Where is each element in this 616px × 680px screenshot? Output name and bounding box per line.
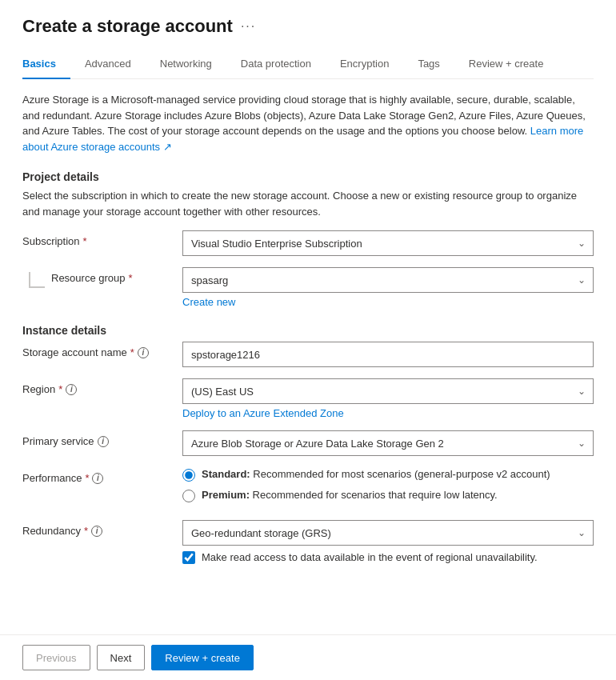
region-required: * bbox=[58, 383, 62, 395]
project-details-description: Select the subscription in which to crea… bbox=[22, 188, 594, 219]
primary-service-row: Primary service i Azure Blob Storage or … bbox=[22, 430, 594, 456]
subscription-control: Visual Studio Enterprise Subscription ⌄ bbox=[182, 230, 594, 256]
subscription-required: * bbox=[83, 235, 87, 247]
performance-premium-item: Premium: Recommended for scenarios that … bbox=[182, 488, 594, 502]
performance-info-icon[interactable]: i bbox=[92, 473, 103, 484]
previous-button[interactable]: Previous bbox=[22, 645, 90, 670]
region-control: (US) East US ⌄ Deploy to an Azure Extend… bbox=[182, 378, 594, 419]
resource-group-row: Resource group * spasarg ⌄ Create new bbox=[22, 267, 594, 308]
tab-tags[interactable]: Tags bbox=[403, 50, 454, 79]
redundancy-label: Redundancy * i bbox=[22, 520, 182, 537]
redundancy-select[interactable]: Geo-redundant storage (GRS) bbox=[182, 520, 594, 546]
primary-service-label: Primary service i bbox=[22, 430, 182, 447]
performance-standard-label: Standard: Recommended for most scenarios… bbox=[202, 467, 550, 482]
performance-premium-radio[interactable] bbox=[182, 490, 195, 502]
performance-standard-item: Standard: Recommended for most scenarios… bbox=[182, 467, 594, 482]
project-details-title: Project details bbox=[22, 170, 594, 183]
tab-basics[interactable]: Basics bbox=[22, 50, 70, 79]
storage-name-required: * bbox=[130, 346, 134, 358]
storage-account-name-row: Storage account name * i bbox=[22, 342, 594, 367]
storage-name-info-icon[interactable]: i bbox=[138, 347, 149, 358]
region-info-icon[interactable]: i bbox=[66, 384, 77, 395]
storage-account-name-label: Storage account name * i bbox=[22, 342, 182, 358]
performance-standard-radio[interactable] bbox=[182, 469, 195, 482]
performance-premium-label: Premium: Recommended for scenarios that … bbox=[202, 488, 498, 502]
performance-label: Performance * i bbox=[22, 467, 182, 484]
redundancy-control: Geo-redundant storage (GRS) ⌄ Make read … bbox=[182, 520, 594, 565]
redundancy-required: * bbox=[84, 525, 88, 537]
resource-group-required: * bbox=[129, 272, 133, 284]
create-new-link[interactable]: Create new bbox=[182, 296, 235, 308]
performance-radio-group: Standard: Recommended for most scenarios… bbox=[182, 467, 594, 509]
primary-service-control: Azure Blob Storage or Azure Data Lake St… bbox=[182, 430, 594, 456]
ellipsis-menu-icon[interactable]: ··· bbox=[241, 19, 256, 34]
tab-review-create[interactable]: Review + create bbox=[454, 50, 558, 79]
resource-group-label: Resource group * bbox=[51, 267, 182, 284]
read-access-checkbox[interactable] bbox=[182, 551, 195, 564]
tab-networking[interactable]: Networking bbox=[146, 50, 226, 79]
deploy-link[interactable]: Deploy to an Azure Extended Zone bbox=[182, 407, 344, 419]
page-description: Azure Storage is a Microsoft-managed ser… bbox=[22, 92, 594, 154]
subscription-select[interactable]: Visual Studio Enterprise Subscription bbox=[182, 230, 594, 256]
primary-service-info-icon[interactable]: i bbox=[98, 436, 109, 447]
instance-details-title: Instance details bbox=[22, 324, 594, 337]
primary-service-select[interactable]: Azure Blob Storage or Azure Data Lake St… bbox=[182, 430, 594, 456]
subscription-label: Subscription * bbox=[22, 230, 182, 247]
region-select[interactable]: (US) East US bbox=[182, 378, 594, 404]
tab-bar: Basics Advanced Networking Data protecti… bbox=[22, 50, 594, 79]
indent-line bbox=[29, 272, 45, 288]
resource-group-select[interactable]: spasarg bbox=[182, 267, 594, 293]
region-row: Region * i (US) East US ⌄ Deploy to an A… bbox=[22, 378, 594, 419]
page-title: Create a storage account bbox=[22, 16, 233, 37]
redundancy-info-icon[interactable]: i bbox=[91, 526, 102, 537]
resource-group-control: spasarg ⌄ Create new bbox=[182, 267, 594, 308]
performance-required: * bbox=[85, 472, 89, 484]
next-button[interactable]: Next bbox=[97, 645, 146, 670]
tab-encryption[interactable]: Encryption bbox=[326, 50, 403, 79]
storage-account-name-control bbox=[182, 342, 594, 367]
performance-row: Performance * i Standard: Recommended fo… bbox=[22, 467, 594, 509]
region-label: Region * i bbox=[22, 378, 182, 395]
read-access-row: Make read access to data available in th… bbox=[182, 550, 594, 565]
tab-data-protection[interactable]: Data protection bbox=[226, 50, 326, 79]
review-create-button[interactable]: Review + create bbox=[151, 645, 254, 670]
tab-advanced[interactable]: Advanced bbox=[70, 50, 146, 79]
subscription-row: Subscription * Visual Studio Enterprise … bbox=[22, 230, 594, 256]
footer: Previous Next Review + create bbox=[0, 634, 616, 680]
storage-account-name-input[interactable] bbox=[182, 342, 594, 367]
redundancy-row: Redundancy * i Geo-redundant storage (GR… bbox=[22, 520, 594, 565]
read-access-label: Make read access to data available in th… bbox=[202, 550, 538, 565]
